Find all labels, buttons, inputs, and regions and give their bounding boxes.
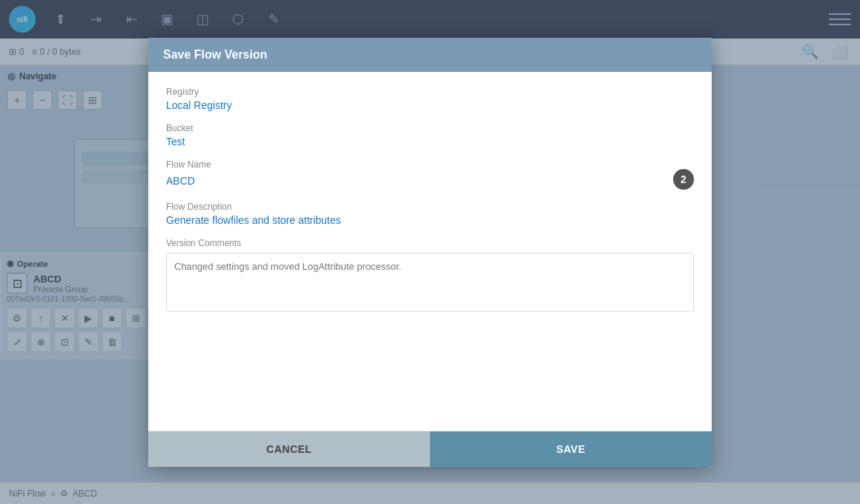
save-button[interactable]: SAVE: [430, 431, 712, 467]
modal-title: Save Flow Version: [163, 48, 268, 61]
bucket-field: Bucket Test: [166, 123, 694, 147]
registry-label: Registry: [166, 87, 694, 97]
flow-name-field: Flow Name ABCD 2: [166, 159, 694, 190]
registry-field: Registry Local Registry: [166, 87, 694, 111]
registry-value: Local Registry: [166, 99, 694, 111]
flow-name-row: ABCD 2: [166, 172, 694, 190]
modal-spacer: [166, 327, 694, 416]
modal-header: Save Flow Version: [148, 38, 712, 72]
cancel-button[interactable]: CANCEL: [148, 431, 430, 467]
version-comments-input[interactable]: [166, 253, 694, 312]
modal-body: Registry Local Registry Bucket Test Flow…: [148, 72, 712, 431]
bucket-label: Bucket: [166, 123, 694, 133]
version-comments-field: Version Comments: [166, 238, 694, 315]
flow-name-value: ABCD: [166, 175, 195, 187]
flow-description-label: Flow Description: [166, 202, 694, 212]
version-comments-label: Version Comments: [166, 238, 694, 248]
modal-footer: CANCEL SAVE: [148, 431, 712, 467]
bucket-value: Test: [166, 136, 694, 147]
version-badge: 2: [673, 169, 694, 190]
save-flow-version-modal: Save Flow Version Registry Local Registr…: [148, 38, 712, 467]
flow-name-label: Flow Name: [166, 159, 694, 170]
flow-description-value: Generate flowfiles and store attributes: [166, 214, 694, 226]
modal-backdrop: Save Flow Version Registry Local Registr…: [0, 0, 860, 504]
flow-description-field: Flow Description Generate flowfiles and …: [166, 202, 694, 226]
